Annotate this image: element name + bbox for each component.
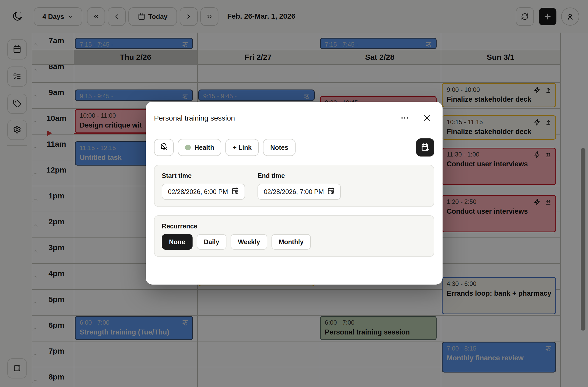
modal-title: Personal training session: [154, 114, 235, 122]
end-time-label: End time: [258, 172, 341, 180]
recurrence-label: Recurrence: [162, 222, 427, 230]
close-icon: [423, 114, 431, 123]
notes-label: Notes: [270, 144, 288, 151]
end-time-group: End time 02/28/2026, 7:00 PM: [258, 172, 341, 200]
recurrence-options: NoneDailyWeeklyMonthly: [162, 234, 427, 250]
app-window: 4 Days Today Feb. 26-Mar. 1, 2026: [0, 0, 588, 387]
calendar-plus-icon: [421, 143, 430, 153]
recurrence-option-monthly[interactable]: Monthly: [271, 234, 311, 250]
recurrence-option-daily[interactable]: Daily: [197, 234, 227, 250]
start-time-label: Start time: [162, 172, 245, 180]
event-detail-modal: Personal training session Health + Link …: [146, 102, 443, 285]
notifications-off-button[interactable]: [154, 139, 174, 156]
modal-header: Personal training session: [154, 113, 434, 123]
ellipsis-icon: [400, 113, 409, 123]
recurrence-option-none[interactable]: None: [162, 234, 193, 250]
close-button[interactable]: [420, 113, 434, 123]
add-link-chip[interactable]: + Link: [225, 139, 259, 156]
bell-off-icon: [160, 143, 168, 152]
time-card: Start time 02/28/2026, 6:00 PM End time …: [154, 165, 434, 207]
add-link-label: + Link: [233, 144, 252, 151]
category-color-dot: [185, 145, 191, 150]
end-time-input[interactable]: 02/28/2026, 7:00 PM: [258, 184, 341, 200]
category-chip[interactable]: Health: [178, 139, 221, 156]
add-to-calendar-button[interactable]: [416, 138, 434, 157]
start-time-group: Start time 02/28/2026, 6:00 PM: [162, 172, 245, 200]
recurrence-option-weekly[interactable]: Weekly: [231, 234, 267, 250]
recurrence-card: Recurrence NoneDailyWeeklyMonthly: [154, 215, 434, 257]
start-time-value: 02/28/2026, 6:00 PM: [168, 188, 228, 196]
more-options-button[interactable]: [397, 113, 413, 123]
calendar-clock-icon: [232, 187, 239, 196]
modal-chip-row: Health + Link Notes: [154, 138, 434, 157]
calendar-clock-icon: [327, 187, 335, 196]
end-time-value: 02/28/2026, 7:00 PM: [264, 188, 324, 196]
start-time-input[interactable]: 02/28/2026, 6:00 PM: [162, 184, 245, 200]
category-label: Health: [194, 144, 214, 151]
notes-chip[interactable]: Notes: [263, 139, 295, 156]
